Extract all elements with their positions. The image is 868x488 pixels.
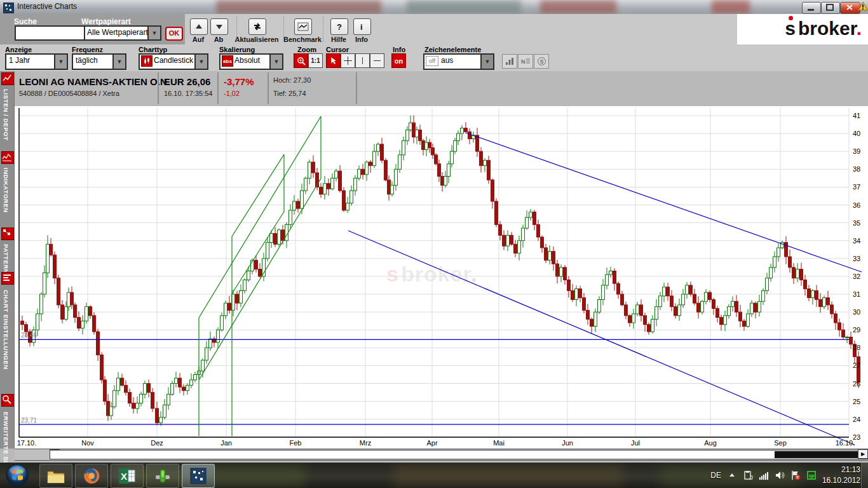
logo-dot: . (857, 18, 862, 39)
system-tray: DE qp 21:13 16.10.2012 (710, 463, 860, 488)
start-button[interactable] (5, 463, 29, 487)
chevron-down-icon[interactable]: ▼ (269, 55, 282, 69)
taskbar-app-explorer[interactable] (39, 464, 72, 488)
zoom-in-icon[interactable] (294, 53, 308, 68)
svg-text:?: ? (337, 22, 342, 32)
aktualisieren-button[interactable] (248, 18, 266, 35)
info-on-toggle[interactable]: on (391, 53, 406, 68)
info-toggle-label: Info (393, 46, 405, 53)
svg-text:i: i (360, 22, 363, 32)
erweiterte-suche-icon[interactable] (1, 394, 14, 407)
charttyp-dropdown[interactable]: Candlestick ▼ (139, 53, 208, 70)
news-icon[interactable]: N (518, 54, 533, 69)
wertpapierart-dropdown[interactable]: Alle Wertpapierarten ▼ (84, 25, 161, 41)
quote-price: EUR 26,06 (164, 76, 210, 87)
zoom-1-1-button[interactable]: 1:1 (308, 53, 323, 68)
search-input[interactable] (15, 25, 90, 41)
taskbar-app-firefox[interactable] (75, 464, 108, 488)
horizontal-line-cursor-icon[interactable] (370, 53, 384, 68)
hidden-icons-chevron[interactable] (727, 470, 737, 480)
separator (323, 17, 323, 42)
chevron-down-icon[interactable]: ▼ (480, 55, 493, 69)
chevron-down-icon[interactable]: ▼ (147, 27, 160, 39)
divider (158, 72, 159, 104)
chart-toolbar: Anzeige 1 Jahr ▼ Frequenz täglich ▼ Char… (0, 44, 868, 72)
skalierung-value: Absolut (234, 56, 269, 65)
zeichenelemente-dropdown[interactable]: off aus ▼ (423, 53, 494, 70)
splits-icon[interactable]: S (534, 54, 549, 69)
maximize-button[interactable] (821, 2, 840, 14)
info-button[interactable]: i (353, 18, 371, 35)
sidebar-item-listen-depot[interactable]: LISTEN / DEPOT (3, 89, 10, 140)
hilfe-button-label: Hilfe (331, 36, 346, 43)
indikatoren-icon[interactable] (1, 151, 14, 164)
quote-bar: LEONI AG NAMENS-AKTIEN O.N. 540888 / DE0… (0, 71, 868, 107)
zoom-label: Zoom (297, 46, 316, 53)
zeichenelemente-value: aus (441, 56, 480, 65)
skalierung-dropdown[interactable]: abs Absolut ▼ (219, 53, 283, 70)
taskbar-app-excel[interactable]: X (111, 464, 144, 488)
benchmark-button-label: Benchmark (283, 36, 322, 43)
scrollbar-track[interactable] (50, 450, 868, 459)
action-center-flag-icon[interactable] (790, 470, 801, 480)
quote-timestamp: 16.10. 17:35:54 (164, 90, 212, 97)
cursor-arrow-icon[interactable] (326, 53, 341, 68)
scrollbar-thumb[interactable] (775, 451, 858, 458)
scroll-right-icon[interactable]: ▶ (858, 449, 868, 459)
benchmark-button[interactable] (294, 18, 312, 35)
auf-button[interactable] (190, 18, 208, 35)
candlestick-icon (141, 55, 153, 67)
volume-icon[interactable] (775, 470, 785, 480)
chevron-down-icon[interactable]: ▼ (54, 55, 67, 69)
clock-time: 21:13 (822, 464, 860, 475)
taskbar-clock[interactable]: 21:13 16.10.2012 (822, 464, 860, 486)
clock-date: 16.10.2012 (822, 475, 860, 486)
ab-button[interactable] (210, 18, 228, 35)
glass-reflection (216, 0, 381, 14)
watermark-word: broker (401, 262, 471, 286)
app-icon (3, 3, 14, 13)
divider (268, 72, 269, 104)
search-label: Suche (14, 17, 37, 26)
chevron-down-icon[interactable]: ▼ (112, 55, 125, 69)
day-high: Hoch: 27,30 (273, 76, 311, 84)
crosshair-cursor-icon[interactable] (341, 53, 355, 68)
logo-word: broker (798, 18, 857, 39)
svg-text:X: X (121, 471, 127, 482)
main-toolbar: Suche Wertpapierart Alle Wertpapierarten… (0, 14, 868, 46)
language-indicator[interactable]: DE (710, 471, 721, 480)
chart-einstellungen-icon[interactable] (1, 272, 14, 285)
listen-depot-icon[interactable] (1, 72, 14, 85)
clipboard-icon[interactable] (743, 470, 753, 480)
volume-bars-icon[interactable] (502, 54, 517, 69)
svg-text:N: N (521, 58, 526, 65)
quote-app-icon[interactable]: qp (806, 470, 817, 480)
taskbar-app-interactive-charts[interactable] (182, 464, 215, 488)
vertical-line-cursor-icon[interactable] (355, 53, 370, 68)
frequenz-dropdown[interactable]: täglich ▼ (72, 53, 126, 70)
instrument-name: LEONI AG NAMENS-AKTIEN O.N. (19, 76, 170, 87)
brand-panel: sbroker. (737, 14, 868, 44)
day-low: Tief: 25,74 (273, 90, 306, 97)
minimize-button[interactable] (802, 2, 821, 14)
taskbar-app-media[interactable] (146, 464, 179, 488)
ab-button-label: Ab (214, 36, 224, 43)
ok-button[interactable]: OK (165, 27, 183, 41)
watermark-dot: . (471, 262, 477, 286)
chevron-down-icon[interactable]: ▼ (194, 55, 207, 69)
sidebar-item-indikatoren[interactable]: INDIKATOREN (3, 168, 10, 213)
hilfe-button[interactable]: ? (330, 18, 348, 35)
zeichenelemente-label: Zeichenelemente (424, 46, 481, 53)
sidebar-item-chart-einstellungen[interactable]: CHART EINSTELLUNGEN (3, 290, 10, 370)
change-percent: -3,77% (224, 76, 254, 87)
anzeige-dropdown[interactable]: 1 Jahr ▼ (5, 53, 68, 70)
warning-icon (858, 1, 868, 11)
network-signal-icon[interactable] (759, 470, 769, 480)
chart-scrollbar: ◀ ▶ (15, 449, 868, 461)
separator (236, 17, 237, 42)
separator (283, 17, 284, 42)
frequenz-value: täglich (76, 56, 112, 65)
divider (217, 72, 219, 104)
show-desktop-button[interactable] (861, 463, 868, 488)
patterns-icon[interactable] (1, 227, 14, 240)
